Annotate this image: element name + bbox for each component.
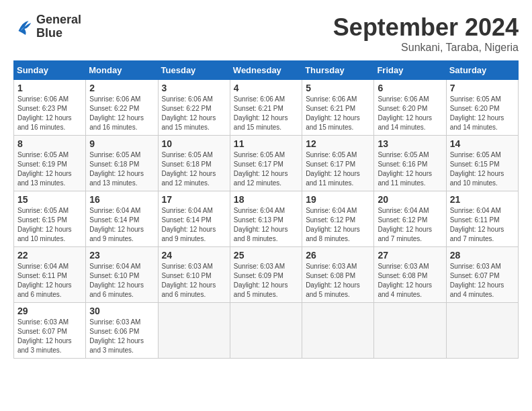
day-info: Sunrise: 6:03 AM Sunset: 6:07 PM Dayligh… xyxy=(17,318,82,355)
calendar-day-cell: 11 Sunrise: 6:05 AM Sunset: 6:17 PM Dayl… xyxy=(230,136,302,191)
day-number: 15 xyxy=(17,194,82,205)
day-number: 5 xyxy=(306,83,370,93)
day-number: 22 xyxy=(17,250,82,261)
weekday-header: Tuesday xyxy=(158,61,230,80)
day-info: Sunrise: 6:03 AM Sunset: 6:08 PM Dayligh… xyxy=(306,262,370,300)
weekday-header: Monday xyxy=(86,61,158,80)
day-info: Sunrise: 6:04 AM Sunset: 6:12 PM Dayligh… xyxy=(378,206,442,244)
day-info: Sunrise: 6:03 AM Sunset: 6:06 PM Dayligh… xyxy=(89,318,154,355)
calendar-day-cell: 24 Sunrise: 6:03 AM Sunset: 6:10 PM Dayl… xyxy=(158,247,230,303)
calendar-day-cell: 19 Sunrise: 6:04 AM Sunset: 6:12 PM Dayl… xyxy=(302,191,374,247)
calendar-day-cell xyxy=(302,303,374,359)
logo-line1: General xyxy=(36,13,81,27)
day-number: 6 xyxy=(378,83,442,93)
calendar-day-cell: 28 Sunrise: 6:03 AM Sunset: 6:07 PM Dayl… xyxy=(446,247,518,303)
calendar-day-cell: 1 Sunrise: 6:06 AM Sunset: 6:23 PM Dayli… xyxy=(14,80,86,136)
calendar-day-cell xyxy=(446,303,518,359)
day-number: 23 xyxy=(89,250,154,261)
logo-line2: Blue xyxy=(36,27,81,40)
calendar-day-cell: 7 Sunrise: 6:05 AM Sunset: 6:20 PM Dayli… xyxy=(446,80,518,136)
day-info: Sunrise: 6:06 AM Sunset: 6:22 PM Dayligh… xyxy=(162,95,226,132)
day-number: 9 xyxy=(89,138,154,149)
calendar-day-cell: 22 Sunrise: 6:04 AM Sunset: 6:11 PM Dayl… xyxy=(14,247,86,303)
day-info: Sunrise: 6:06 AM Sunset: 6:22 PM Dayligh… xyxy=(89,95,154,132)
day-info: Sunrise: 6:05 AM Sunset: 6:15 PM Dayligh… xyxy=(450,150,515,188)
calendar-day-cell: 2 Sunrise: 6:06 AM Sunset: 6:22 PM Dayli… xyxy=(86,80,158,136)
day-info: Sunrise: 6:04 AM Sunset: 6:12 PM Dayligh… xyxy=(306,206,370,244)
day-number: 3 xyxy=(162,83,226,93)
calendar-day-cell: 12 Sunrise: 6:05 AM Sunset: 6:17 PM Dayl… xyxy=(302,136,374,191)
day-number: 17 xyxy=(162,194,226,205)
calendar-day-cell: 27 Sunrise: 6:03 AM Sunset: 6:08 PM Dayl… xyxy=(374,247,446,303)
day-number: 1 xyxy=(17,83,82,93)
day-number: 28 xyxy=(450,250,515,261)
day-info: Sunrise: 6:05 AM Sunset: 6:17 PM Dayligh… xyxy=(234,150,298,188)
day-number: 20 xyxy=(378,194,442,205)
logo-icon xyxy=(13,17,34,37)
day-number: 21 xyxy=(450,194,515,205)
calendar-day-cell: 10 Sunrise: 6:05 AM Sunset: 6:18 PM Dayl… xyxy=(158,136,230,191)
calendar-day-cell: 18 Sunrise: 6:04 AM Sunset: 6:13 PM Dayl… xyxy=(230,191,302,247)
calendar-day-cell: 29 Sunrise: 6:03 AM Sunset: 6:07 PM Dayl… xyxy=(14,303,86,359)
day-info: Sunrise: 6:04 AM Sunset: 6:10 PM Dayligh… xyxy=(89,262,154,300)
day-info: Sunrise: 6:06 AM Sunset: 6:21 PM Dayligh… xyxy=(234,95,298,132)
calendar-day-cell: 23 Sunrise: 6:04 AM Sunset: 6:10 PM Dayl… xyxy=(86,247,158,303)
calendar-day-cell: 26 Sunrise: 6:03 AM Sunset: 6:08 PM Dayl… xyxy=(302,247,374,303)
month-title: September 2024 xyxy=(333,13,519,42)
day-info: Sunrise: 6:05 AM Sunset: 6:16 PM Dayligh… xyxy=(378,150,442,188)
day-info: Sunrise: 6:05 AM Sunset: 6:19 PM Dayligh… xyxy=(17,150,82,188)
title-section: September 2024 Sunkani, Taraba, Nigeria xyxy=(333,13,519,54)
day-info: Sunrise: 6:05 AM Sunset: 6:20 PM Dayligh… xyxy=(450,95,515,132)
calendar-day-cell: 21 Sunrise: 6:04 AM Sunset: 6:11 PM Dayl… xyxy=(446,191,518,247)
calendar-week-row: 8 Sunrise: 6:05 AM Sunset: 6:19 PM Dayli… xyxy=(14,136,519,191)
calendar-day-cell: 14 Sunrise: 6:05 AM Sunset: 6:15 PM Dayl… xyxy=(446,136,518,191)
day-info: Sunrise: 6:05 AM Sunset: 6:17 PM Dayligh… xyxy=(306,150,370,188)
day-number: 26 xyxy=(306,250,370,261)
calendar-day-cell: 4 Sunrise: 6:06 AM Sunset: 6:21 PM Dayli… xyxy=(230,80,302,136)
day-number: 24 xyxy=(162,250,226,261)
day-number: 18 xyxy=(234,194,298,205)
day-info: Sunrise: 6:04 AM Sunset: 6:11 PM Dayligh… xyxy=(450,206,515,244)
day-info: Sunrise: 6:04 AM Sunset: 6:14 PM Dayligh… xyxy=(162,206,226,244)
day-number: 25 xyxy=(234,250,298,261)
day-info: Sunrise: 6:06 AM Sunset: 6:23 PM Dayligh… xyxy=(17,95,82,132)
day-info: Sunrise: 6:03 AM Sunset: 6:08 PM Dayligh… xyxy=(378,262,442,300)
day-number: 12 xyxy=(306,138,370,149)
calendar-day-cell: 30 Sunrise: 6:03 AM Sunset: 6:06 PM Dayl… xyxy=(86,303,158,359)
day-info: Sunrise: 6:05 AM Sunset: 6:15 PM Dayligh… xyxy=(17,206,82,244)
day-number: 16 xyxy=(89,194,154,205)
day-info: Sunrise: 6:03 AM Sunset: 6:09 PM Dayligh… xyxy=(234,262,298,300)
calendar-day-cell: 3 Sunrise: 6:06 AM Sunset: 6:22 PM Dayli… xyxy=(158,80,230,136)
weekday-header: Sunday xyxy=(14,61,86,80)
day-number: 2 xyxy=(89,83,154,93)
calendar-day-cell: 15 Sunrise: 6:05 AM Sunset: 6:15 PM Dayl… xyxy=(14,191,86,247)
location-subtitle: Sunkani, Taraba, Nigeria xyxy=(333,42,519,54)
page-header: General Blue September 2024 Sunkani, Tar… xyxy=(13,13,519,54)
calendar-day-cell: 6 Sunrise: 6:06 AM Sunset: 6:20 PM Dayli… xyxy=(374,80,446,136)
day-info: Sunrise: 6:06 AM Sunset: 6:20 PM Dayligh… xyxy=(378,95,442,132)
day-info: Sunrise: 6:06 AM Sunset: 6:21 PM Dayligh… xyxy=(306,95,370,132)
day-number: 10 xyxy=(162,138,226,149)
calendar-day-cell: 17 Sunrise: 6:04 AM Sunset: 6:14 PM Dayl… xyxy=(158,191,230,247)
calendar-day-cell xyxy=(374,303,446,359)
weekday-header-row: SundayMondayTuesdayWednesdayThursdayFrid… xyxy=(14,61,519,80)
weekday-header: Saturday xyxy=(446,61,518,80)
calendar-day-cell: 9 Sunrise: 6:05 AM Sunset: 6:18 PM Dayli… xyxy=(86,136,158,191)
weekday-header: Wednesday xyxy=(230,61,302,80)
calendar-day-cell: 16 Sunrise: 6:04 AM Sunset: 6:14 PM Dayl… xyxy=(86,191,158,247)
day-info: Sunrise: 6:03 AM Sunset: 6:10 PM Dayligh… xyxy=(162,262,226,300)
calendar-day-cell: 13 Sunrise: 6:05 AM Sunset: 6:16 PM Dayl… xyxy=(374,136,446,191)
day-number: 19 xyxy=(306,194,370,205)
calendar-week-row: 22 Sunrise: 6:04 AM Sunset: 6:11 PM Dayl… xyxy=(14,247,519,303)
day-number: 11 xyxy=(234,138,298,149)
day-number: 7 xyxy=(450,83,515,93)
day-number: 30 xyxy=(89,306,154,316)
day-number: 13 xyxy=(378,138,442,149)
calendar-week-row: 29 Sunrise: 6:03 AM Sunset: 6:07 PM Dayl… xyxy=(14,303,519,359)
logo: General Blue xyxy=(13,13,81,40)
calendar-day-cell xyxy=(230,303,302,359)
weekday-header: Thursday xyxy=(302,61,374,80)
day-number: 29 xyxy=(17,306,82,316)
day-info: Sunrise: 6:04 AM Sunset: 6:14 PM Dayligh… xyxy=(89,206,154,244)
weekday-header: Friday xyxy=(374,61,446,80)
